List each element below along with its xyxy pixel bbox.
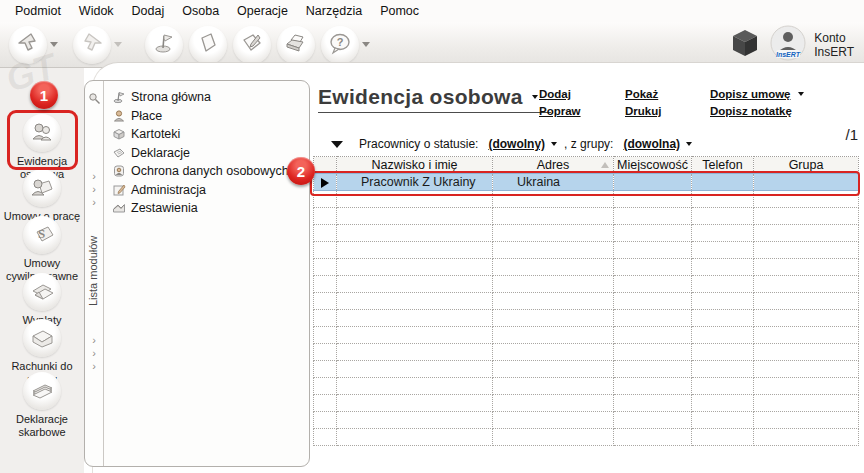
actions-column-3: Dopisz umowę Dopisz notatkę [710,88,807,122]
report-chart-icon [112,201,126,215]
main-content: Ewidencja osobowa Dodaj Popraw Pokaż Dru… [310,80,864,473]
annotation-step-2: 2 [287,157,315,185]
civil-contracts-icon: S [23,216,61,254]
view-title-menu[interactable]: Ewidencja osobowa [318,85,551,113]
chevron-right-icon[interactable]: › [85,361,103,372]
action-popraw[interactable]: Popraw [539,105,581,117]
declaration-doc-icon [112,146,126,160]
dropdown-icon [551,142,557,146]
forward-dropdown-icon[interactable] [114,42,122,47]
printer-icon [283,30,309,60]
records-table-body: Pracownik Z Ukrainy Ukraina [314,174,859,446]
avatar-badge: InsERT [776,50,801,57]
contract-bills-icon [23,319,61,357]
forward-button[interactable] [73,26,111,64]
home-flag-icon [112,90,126,104]
annotation-row-highlight [310,171,860,196]
table-row-empty [314,242,859,259]
dropdown-icon [686,142,692,146]
tree-item-administracja[interactable]: Administracja [105,181,307,200]
tree-item-place[interactable]: Płace [105,107,307,126]
actions-column-2: Pokaż Drukuj [625,88,661,122]
menu-narzedzia[interactable]: Narzędzia [297,1,371,21]
svg-text:?: ? [337,36,344,48]
record-count: /1 [845,126,858,143]
help-button[interactable]: ? [321,26,359,64]
modules-strip-label[interactable]: Lista modułów [87,209,103,333]
account-label[interactable]: Konto InsERT [814,31,854,59]
actions-column-1: Dodaj Popraw [539,88,581,122]
records-table-wrap: Nazwisko i imię Adres Miejscowość Telefo… [313,156,858,446]
employment-contracts-icon [23,169,61,207]
annotation-step-1: 1 [30,81,58,109]
svg-text:S: S [38,226,45,241]
table-row-empty [314,412,859,429]
account-area: InsERT Konto InsERT [728,25,854,65]
filter-group-label: , z grupy: [564,137,613,151]
bookmark-button[interactable] [145,26,183,64]
menu-operacje[interactable]: Operacje [228,1,297,21]
table-row-empty [314,310,859,327]
chevron-right-icon[interactable]: › [85,184,103,195]
modules-strip[interactable]: › › › Lista modułów › › › [85,81,104,466]
table-row-empty [314,344,859,361]
back-dropdown-icon[interactable] [50,42,58,47]
table-row-empty [314,225,859,242]
privacy-badge-icon [112,164,126,178]
application-window: Podmiot Widok Dodaj Osoba Operacje Narzę… [0,0,864,473]
table-row-empty [314,208,859,225]
tree-item-strona-glowna[interactable]: Strona główna [105,88,307,107]
menu-widok[interactable]: Widok [70,1,123,21]
cube-icon[interactable] [728,26,762,64]
tree-item-zestawienia[interactable]: Zestawienia [105,199,307,218]
card-box-icon [112,127,126,141]
table-row-empty [314,378,859,395]
print-button[interactable] [277,26,315,64]
filter-status-value[interactable]: (dowolny) [488,137,560,151]
table-row-empty [314,429,859,446]
new-document-button[interactable] [189,26,227,64]
table-row-empty [314,259,859,276]
chevron-right-icon[interactable]: › [85,348,103,359]
filter-group-value[interactable]: (dowolna) [623,137,695,151]
chevron-right-icon[interactable]: › [85,335,103,346]
tree-item-deklaracje[interactable]: Deklaracje [105,144,307,163]
chevron-right-icon[interactable]: › [85,171,103,182]
menu-pomoc[interactable]: Pomoc [371,1,428,21]
action-pokaz[interactable]: Pokaż [625,88,661,100]
action-drukuj[interactable]: Drukuj [625,105,661,117]
strip-chevrons-top: › › › [85,171,103,208]
tree-item-ochrona-danych[interactable]: Ochrona danych osobowych [105,162,307,181]
modules-tree-panel: › › › Lista modułów › › › Strona główna … [84,80,310,467]
menu-osoba[interactable]: Osoba [173,1,228,21]
table-row-empty [314,293,859,310]
chevron-right-icon[interactable]: › [85,197,103,208]
help-dropdown-icon[interactable] [362,42,370,47]
person-icon [112,109,126,123]
table-row-empty [314,276,859,293]
sidebar-item-deklaracje-skarbowe[interactable]: Deklaracje skarbowe [0,372,84,438]
edit-document-button[interactable] [233,26,271,64]
action-dopisz-umowe[interactable]: Dopisz umowę [710,88,807,100]
action-dopisz-notatke[interactable]: Dopisz notatkę [710,105,807,117]
tax-declarations-icon [23,372,61,410]
sidebar-item-umowy-o-prace[interactable]: Umowy o pracę [0,169,84,223]
flag-icon [151,30,177,60]
user-avatar[interactable]: InsERT [770,25,806,65]
strip-chevrons-bottom: › › › [85,335,103,372]
edit-icon [239,30,265,60]
filter-icon[interactable] [331,141,343,148]
menu-dodaj[interactable]: Dodaj [123,1,174,21]
filter-status-label: Pracownicy o statusie: [359,137,478,151]
title-dropdown-icon[interactable] [532,95,538,99]
table-row-empty [314,395,859,412]
page-title: Ewidencja osobowa [318,85,523,109]
filter-bar: Pracownicy o statusie: (dowolny) , z gru… [328,137,695,151]
menu-podmiot[interactable]: Podmiot [6,1,70,21]
tree-item-kartoteki[interactable]: Kartoteki [105,125,307,144]
pin-icon[interactable] [88,91,101,109]
annotation-box-sidebar [7,110,78,170]
payouts-icon [23,273,61,311]
forward-icon [79,30,105,60]
action-dodaj[interactable]: Dodaj [539,88,581,100]
